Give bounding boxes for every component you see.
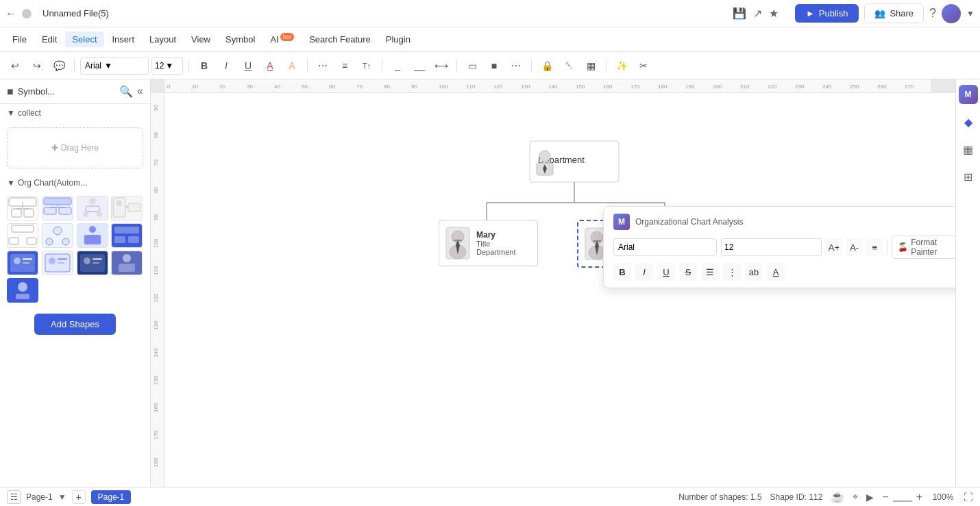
shape-thumb-2[interactable] bbox=[42, 196, 73, 220]
data-icon[interactable]: ▦ bbox=[959, 140, 978, 159]
shape-thumb-5[interactable] bbox=[7, 223, 38, 248]
undo-button[interactable]: ↩ bbox=[5, 56, 25, 75]
popup-code-button[interactable]: ab bbox=[745, 263, 763, 281]
export-icon[interactable]: ↗ bbox=[753, 7, 762, 20]
ruler-v-svg: 50 60 70 80 90 100 110 120 130 140 150 1… bbox=[151, 93, 164, 487]
comment-button[interactable]: 💬 bbox=[49, 56, 69, 75]
connector-button[interactable]: ⟷ bbox=[432, 56, 451, 75]
highlight-button[interactable]: A bbox=[282, 56, 302, 75]
lock-button[interactable]: 🔒 bbox=[537, 56, 556, 75]
underline-button[interactable]: U bbox=[238, 56, 258, 75]
popup-align-button[interactable]: ≡ bbox=[867, 238, 883, 256]
shape-thumb-1[interactable] bbox=[7, 196, 38, 220]
align-center-button[interactable]: ≡ bbox=[335, 56, 354, 75]
shape-thumb-7[interactable] bbox=[77, 223, 108, 248]
share-button[interactable]: 👥 Share bbox=[864, 3, 924, 23]
canvas-container[interactable]: 0 10 20 30 40 50 60 70 80 90 100 110 120… bbox=[151, 79, 955, 506]
menu-ai[interactable]: AIhot bbox=[263, 31, 301, 47]
font-size-chevron: ▼ bbox=[165, 61, 173, 71]
toolbar-separator-2 bbox=[188, 59, 189, 73]
popup-italic-button[interactable]: I bbox=[635, 263, 653, 281]
zoom-in-button[interactable]: + bbox=[916, 491, 922, 503]
svg-point-41 bbox=[123, 254, 131, 262]
shape-thumb-11[interactable] bbox=[77, 251, 108, 275]
fullscreen-button[interactable]: ⛶ bbox=[964, 492, 973, 503]
shape-thumb-6[interactable] bbox=[42, 223, 73, 248]
bold-button[interactable]: B bbox=[195, 56, 214, 75]
page-tab[interactable]: Page-1 bbox=[91, 490, 132, 504]
zoom-out-button[interactable]: − bbox=[882, 491, 888, 503]
add-page-button[interactable]: + bbox=[72, 490, 86, 504]
org-chart-section-header[interactable]: ▼ Org Chart(Autom... bbox=[0, 174, 150, 192]
menu-search-feature[interactable]: Search Feature bbox=[302, 31, 378, 47]
popup-grow-button[interactable]: A+ bbox=[826, 238, 842, 256]
italic-button[interactable]: I bbox=[217, 56, 236, 75]
collect-section-header[interactable]: ▼ collect bbox=[0, 104, 150, 122]
search-icon[interactable]: 🔍 bbox=[119, 85, 133, 98]
window-btn-1[interactable] bbox=[22, 9, 32, 18]
canvas[interactable]: M Organizational Chart Analysis ✖ A+ A- … bbox=[164, 93, 955, 492]
shape-thumb-4[interactable] bbox=[111, 196, 143, 220]
back-icon[interactable]: ← bbox=[5, 8, 16, 20]
shape-thumb-10[interactable] bbox=[42, 251, 73, 275]
popup-strike-button[interactable]: S bbox=[679, 263, 697, 281]
shape-thumb-9[interactable] bbox=[7, 251, 38, 275]
popup-shrink-button[interactable]: A- bbox=[846, 238, 863, 256]
help-icon[interactable]: ? bbox=[929, 6, 936, 21]
line-style-button[interactable]: ⎯⎯ bbox=[410, 56, 429, 75]
zoom-level[interactable]: 100% bbox=[931, 492, 955, 502]
shape-thumb-13[interactable] bbox=[7, 278, 38, 303]
crop-button[interactable]: ✂ bbox=[634, 56, 653, 75]
menu-plugin[interactable]: Plugin bbox=[379, 31, 417, 47]
menu-file[interactable]: File bbox=[5, 31, 34, 47]
publish-button[interactable]: ► Publish bbox=[795, 4, 859, 23]
grid-icon[interactable]: ⊞ bbox=[959, 167, 978, 186]
popup-size-selector[interactable] bbox=[721, 238, 822, 256]
shape-thumb-12[interactable] bbox=[111, 251, 143, 275]
save-icon[interactable]: 💾 bbox=[733, 7, 746, 20]
account-chevron[interactable]: ▼ bbox=[966, 9, 975, 18]
popup-ol-button[interactable]: ☰ bbox=[701, 263, 719, 281]
text-grow-button[interactable]: T↑ bbox=[357, 56, 376, 75]
delete-button[interactable]: ␡ bbox=[559, 56, 578, 75]
menu-symbol[interactable]: Symbol bbox=[219, 31, 262, 47]
popup-bold-button[interactable]: B bbox=[613, 263, 631, 281]
more-shapes-button[interactable]: ⋯ bbox=[506, 56, 526, 75]
style-icon[interactable]: ◆ bbox=[959, 112, 978, 131]
menu-layout[interactable]: Layout bbox=[143, 31, 183, 47]
line-button[interactable]: ⎯ bbox=[388, 56, 407, 75]
font-size-selector[interactable]: 12 ▼ bbox=[151, 57, 183, 75]
table-button[interactable]: ▦ bbox=[581, 56, 600, 75]
zoom-slider[interactable]: ⎯⎯⎯⎯ bbox=[893, 492, 912, 502]
org-node-mary[interactable]: Mary Title Department bbox=[439, 220, 538, 266]
menu-select[interactable]: Select bbox=[65, 31, 103, 47]
menu-view[interactable]: View bbox=[184, 31, 217, 47]
shape-thumb-3[interactable] bbox=[77, 196, 108, 220]
shape-thumb-8[interactable] bbox=[111, 223, 143, 248]
align-left-button[interactable]: ⋯ bbox=[313, 56, 332, 75]
menu-insert[interactable]: Insert bbox=[106, 31, 142, 47]
drag-here-zone[interactable]: ✚ Drag Here bbox=[7, 127, 143, 168]
page-frame-icon[interactable]: ☵ bbox=[7, 490, 21, 504]
popup-color-button[interactable]: A bbox=[767, 263, 785, 281]
menu-edit[interactable]: Edit bbox=[35, 31, 64, 47]
popup-font-selector[interactable] bbox=[613, 238, 717, 256]
page-chevron[interactable]: ▼ bbox=[58, 492, 66, 502]
play-icon[interactable]: ▶ bbox=[866, 492, 874, 503]
font-selector[interactable]: Arial ▼ bbox=[80, 57, 149, 75]
avatar[interactable] bbox=[942, 4, 961, 23]
popup-ul-button[interactable]: ⋮ bbox=[723, 263, 741, 281]
format-painter-button[interactable]: 🍒 Format Painter bbox=[892, 236, 955, 259]
focus-icon[interactable]: ⌖ bbox=[853, 491, 858, 503]
font-color-button[interactable]: A bbox=[260, 56, 280, 75]
rect-button[interactable]: ▭ bbox=[463, 56, 482, 75]
redo-button[interactable]: ↪ bbox=[27, 56, 47, 75]
star-icon[interactable]: ★ bbox=[769, 7, 779, 20]
collapse-icon[interactable]: « bbox=[137, 85, 143, 98]
miroo-logo[interactable]: M bbox=[959, 85, 978, 104]
shape-button[interactable]: ■ bbox=[485, 56, 504, 75]
popup-underline-button[interactable]: U bbox=[657, 263, 675, 281]
layers-icon[interactable]: ☕ bbox=[831, 490, 844, 503]
magic-button[interactable]: ✨ bbox=[612, 56, 631, 75]
add-shapes-button[interactable]: Add Shapes bbox=[34, 314, 116, 335]
